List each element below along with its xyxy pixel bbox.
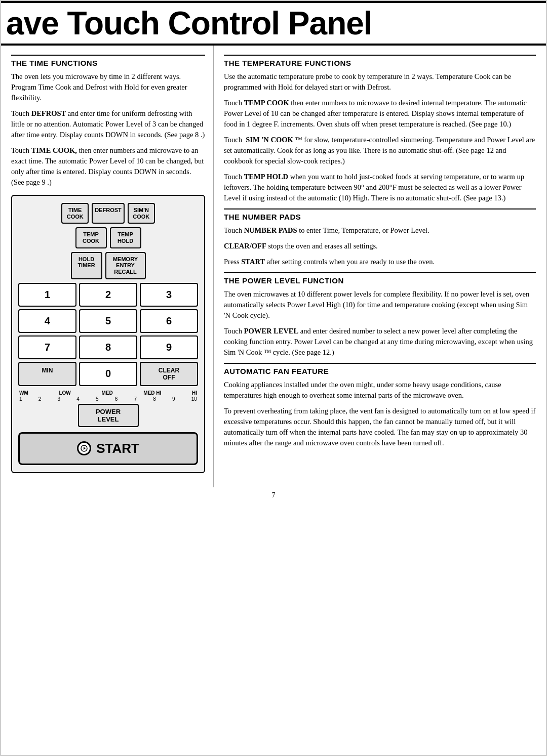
button-row-2: TEMPCOOK TEMPHOLD <box>18 227 198 248</box>
num-2-button[interactable]: 2 <box>79 283 137 307</box>
start-svg-icon <box>80 444 88 452</box>
start-label: START <box>96 441 139 456</box>
start-button[interactable]: START <box>18 432 198 465</box>
power-label-wm: WM <box>19 390 28 396</box>
auto-fan-p2: To prevent overheating from taking place… <box>224 406 536 448</box>
power-scale: WM LOW MED MED HI HI 1 2 3 4 5 6 <box>18 390 198 427</box>
temp-functions-p1: Use the automatic temperature probe to c… <box>224 71 536 93</box>
sim-n-cook-button[interactable]: SIM'NCOOK <box>128 203 155 224</box>
power-num-3: 3 <box>58 396 61 402</box>
number-pads-p1: Touch NUMBER PADS to enter Time, Tempera… <box>224 225 536 236</box>
page-title: ave Touch Control Panel <box>6 7 536 39</box>
num-6-button[interactable]: 6 <box>140 309 198 333</box>
auto-fan-p1: Cooking appliances installed under the o… <box>224 380 536 401</box>
right-column: THE TEMPERATURE FUNCTIONS Use the automa… <box>214 46 546 487</box>
min-button[interactable]: MIN <box>18 362 76 386</box>
num-3-button[interactable]: 3 <box>140 283 198 307</box>
time-functions-p1: The oven lets you microwave by time in 2… <box>11 71 205 103</box>
hold-timer-button[interactable]: HOLDTIMER <box>71 252 102 279</box>
power-num-10: 10 <box>191 396 197 402</box>
power-level-p1: The oven microwaves at 10 different powe… <box>224 289 536 321</box>
main-content: THE TIME FUNCTIONS The oven lets you mic… <box>1 46 546 487</box>
num-8-button[interactable]: 8 <box>79 335 137 359</box>
power-num-6: 6 <box>115 396 118 402</box>
power-level-button[interactable]: POWERLEVEL <box>78 404 139 427</box>
power-label-hi: HI <box>192 390 197 396</box>
time-functions-p3: Touch TIME COOK, then enter numbers and … <box>11 145 205 188</box>
power-level-p2: Touch POWER LEVEL and enter desired numb… <box>224 326 536 358</box>
numpad: 1 2 3 4 5 6 7 8 9 MIN 0 CLEAROFF <box>18 283 198 386</box>
temp-functions-heading: THE TEMPERATURE FUNCTIONS <box>224 55 536 67</box>
time-cook-button[interactable]: TIMECOOK <box>61 203 89 224</box>
power-num-8: 8 <box>153 396 156 402</box>
button-row-3: HOLDTIMER MEMORYENTRYRECALL <box>18 252 198 279</box>
power-level-section: WM LOW MED MED HI HI 1 2 3 4 5 6 <box>18 390 198 427</box>
power-label-med-hi: MED HI <box>143 390 161 396</box>
temp-functions-p4: Touch TEMP HOLD when you want to hold ju… <box>224 172 536 203</box>
power-level-heading: THE POWER LEVEL FUNCTION <box>224 272 536 285</box>
number-pads-p3: Press START after setting controls when … <box>224 257 536 267</box>
power-num-9: 9 <box>172 396 175 402</box>
power-numbers: 1 2 3 4 5 6 7 8 9 10 <box>18 396 198 402</box>
num-5-button[interactable]: 5 <box>79 309 137 333</box>
left-column: THE TIME FUNCTIONS The oven lets you mic… <box>1 46 214 487</box>
button-row-1: TIMECOOK DEFROST SIM'NCOOK <box>18 203 198 224</box>
power-num-2: 2 <box>38 396 42 402</box>
num-1-button[interactable]: 1 <box>18 283 76 307</box>
auto-fan-heading: AUTOMATIC FAN FEATURE <box>224 363 536 375</box>
memory-entry-recall-button[interactable]: MEMORYENTRYRECALL <box>105 252 146 279</box>
number-pads-p2: CLEAR/OFF stops the oven and erases all … <box>224 241 536 251</box>
power-num-5: 5 <box>96 396 99 402</box>
time-functions-heading: THE TIME FUNCTIONS <box>11 55 205 67</box>
temp-cook-button[interactable]: TEMPCOOK <box>75 227 107 248</box>
temp-functions-p3: Touch SIM 'N COOK ™ for slow, temperatur… <box>224 135 536 166</box>
temp-functions-p2: Touch TEMP COOK then enter numbers to mi… <box>224 98 536 130</box>
start-icon <box>77 441 91 455</box>
title-bar: ave Touch Control Panel <box>1 1 546 46</box>
clear-off-button[interactable]: CLEAROFF <box>140 362 198 386</box>
temp-hold-button[interactable]: TEMPHOLD <box>110 227 141 248</box>
power-num-7: 7 <box>134 396 137 402</box>
time-functions-p2: Touch DEFROST and enter time for uniform… <box>11 108 205 140</box>
num-4-button[interactable]: 4 <box>18 309 76 333</box>
power-num-1: 1 <box>19 396 22 402</box>
num-0-button[interactable]: 0 <box>79 362 137 386</box>
defrost-button[interactable]: DEFROST <box>92 203 125 224</box>
power-label-med: MED <box>101 390 112 396</box>
num-7-button[interactable]: 7 <box>18 335 76 359</box>
power-label-low: LOW <box>59 390 70 396</box>
num-9-button[interactable]: 9 <box>140 335 198 359</box>
page-number: 7 <box>1 487 546 501</box>
power-num-4: 4 <box>76 396 80 402</box>
power-labels-top: WM LOW MED MED HI HI <box>18 390 198 396</box>
panel-diagram: TIMECOOK DEFROST SIM'NCOOK TEMPCOOK TEMP… <box>11 195 205 473</box>
number-pads-heading: THE NUMBER PADS <box>224 208 536 221</box>
page-wrapper: ave Touch Control Panel THE TIME FUNCTIO… <box>0 0 547 756</box>
